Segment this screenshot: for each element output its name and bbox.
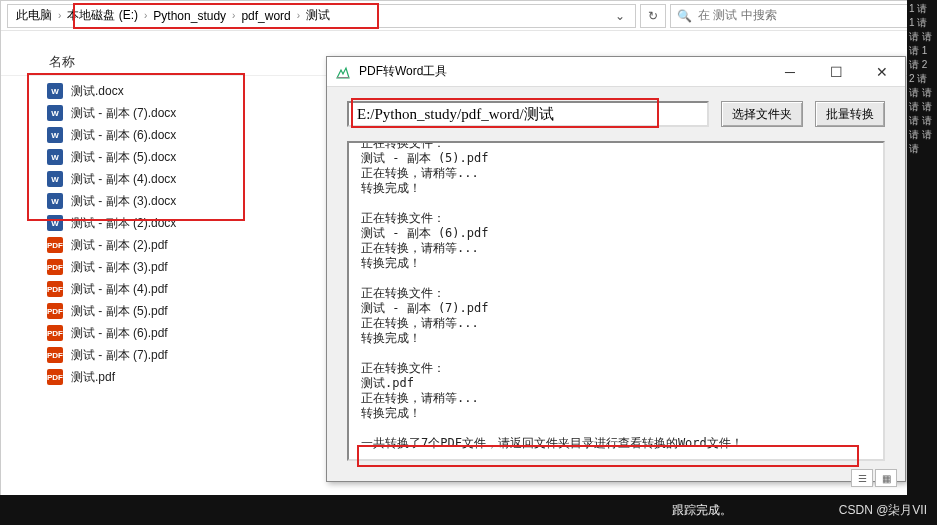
file-name: 测试 - 副本 (2).docx	[71, 215, 176, 232]
pdf-file-icon: PDF	[47, 325, 63, 341]
docx-file-icon: W	[47, 215, 63, 231]
docx-file-icon: W	[47, 193, 63, 209]
window-title: PDF转Word工具	[359, 63, 767, 80]
docx-file-icon: W	[47, 83, 63, 99]
close-icon: ✕	[876, 64, 888, 80]
pdf-file-icon: PDF	[47, 369, 63, 385]
select-folder-button[interactable]: 选择文件夹	[721, 101, 803, 127]
chevron-right-icon: ›	[142, 10, 149, 21]
minimize-icon: ─	[785, 64, 795, 80]
bottom-bar: 跟踪完成。	[0, 495, 937, 525]
chevron-right-icon: ›	[230, 10, 237, 21]
maximize-button[interactable]: ☐	[813, 57, 859, 87]
pdf-file-icon: PDF	[47, 347, 63, 363]
file-name: 测试 - 副本 (4).docx	[71, 171, 176, 188]
refresh-icon: ↻	[648, 9, 658, 23]
status-text: 跟踪完成。	[672, 502, 732, 519]
file-name: 测试 - 副本 (3).docx	[71, 193, 176, 210]
search-icon: 🔍	[677, 9, 692, 23]
log-output[interactable]: 正在转换文件： 测试 - 副本 (5).pdf 正在转换，请稍等... 转换完成…	[347, 141, 885, 461]
view-details-button[interactable]: ☰	[851, 469, 873, 487]
file-name: 测试 - 副本 (7).docx	[71, 105, 176, 122]
chevron-right-icon: ›	[56, 10, 63, 21]
docx-file-icon: W	[47, 105, 63, 121]
pdf-file-icon: PDF	[47, 259, 63, 275]
pdf-file-icon: PDF	[47, 281, 63, 297]
folder-path-input[interactable]	[347, 101, 709, 127]
docx-file-icon: W	[47, 171, 63, 187]
minimize-button[interactable]: ─	[767, 57, 813, 87]
chevron-down-icon[interactable]: ⌄	[609, 9, 631, 23]
refresh-button[interactable]: ↻	[640, 4, 666, 28]
breadcrumb-part[interactable]: 此电脑	[12, 6, 56, 25]
app-icon	[335, 64, 351, 80]
file-name: 测试 - 副本 (3).pdf	[71, 259, 168, 276]
pdf-file-icon: PDF	[47, 303, 63, 319]
breadcrumb-part[interactable]: Python_study	[149, 8, 230, 24]
titlebar[interactable]: PDF转Word工具 ─ ☐ ✕	[327, 57, 905, 87]
breadcrumb-part[interactable]: pdf_word	[237, 8, 294, 24]
file-name: 测试.pdf	[71, 369, 115, 386]
breadcrumb-part[interactable]: 本地磁盘 (E:)	[63, 6, 142, 25]
file-name: 测试 - 副本 (4).pdf	[71, 281, 168, 298]
search-input[interactable]: 🔍 在 测试 中搜索	[670, 4, 930, 28]
docx-file-icon: W	[47, 149, 63, 165]
view-icons-button[interactable]: ▦	[875, 469, 897, 487]
file-name: 测试 - 副本 (5).docx	[71, 149, 176, 166]
pdf-file-icon: PDF	[47, 237, 63, 253]
background-terminal: 1 请 1 请 请 请 请 1 请 2 2 请 请 请 请 请 请 请 请 请 …	[907, 0, 937, 495]
docx-file-icon: W	[47, 127, 63, 143]
breadcrumb[interactable]: 此电脑 › 本地磁盘 (E:) › Python_study › pdf_wor…	[7, 4, 636, 28]
file-name: 测试 - 副本 (2).pdf	[71, 237, 168, 254]
pdf-tool-window: PDF转Word工具 ─ ☐ ✕ 选择文件夹 批量转换 正在转换文件： 测试 -…	[326, 56, 906, 482]
view-mode-toggle: ☰ ▦	[851, 469, 897, 487]
file-name: 测试 - 副本 (5).pdf	[71, 303, 168, 320]
breadcrumb-part[interactable]: 测试	[302, 6, 334, 25]
batch-convert-button[interactable]: 批量转换	[815, 101, 885, 127]
svg-rect-0	[337, 77, 349, 78]
path-row: 选择文件夹 批量转换	[347, 101, 885, 127]
maximize-icon: ☐	[830, 64, 843, 80]
file-name: 测试 - 副本 (6).docx	[71, 127, 176, 144]
search-placeholder: 在 测试 中搜索	[698, 7, 777, 24]
close-button[interactable]: ✕	[859, 57, 905, 87]
watermark: CSDN @柒月VII	[839, 502, 927, 519]
file-name: 测试 - 副本 (7).pdf	[71, 347, 168, 364]
file-name: 测试 - 副本 (6).pdf	[71, 325, 168, 342]
chevron-right-icon: ›	[295, 10, 302, 21]
file-name: 测试.docx	[71, 83, 124, 100]
tool-body: 选择文件夹 批量转换 正在转换文件： 测试 - 副本 (5).pdf 正在转换，…	[327, 87, 905, 475]
address-bar: 此电脑 › 本地磁盘 (E:) › Python_study › pdf_wor…	[1, 1, 936, 31]
